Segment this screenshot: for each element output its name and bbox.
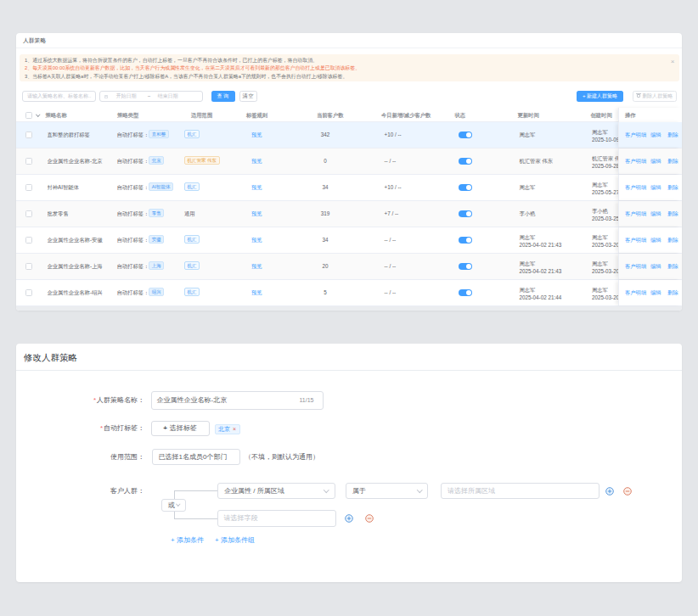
rule-preview-link[interactable]: 预览 bbox=[251, 227, 262, 254]
edit-link[interactable]: 编辑 bbox=[650, 175, 661, 201]
create-strategy-button[interactable]: + 新建人群策略 bbox=[577, 91, 623, 102]
customer-detail-link[interactable]: 客户明细 bbox=[625, 201, 646, 227]
delete-link[interactable]: 删除 bbox=[667, 122, 678, 148]
status-toggle[interactable] bbox=[459, 132, 472, 138]
add-condition-icon[interactable] bbox=[605, 487, 614, 496]
type-tag: 北京 bbox=[149, 156, 164, 165]
table-row[interactable]: 企业属性企业名称-北京 自动打标签：北京 机汇管家 伟东 预览 0 -- / -… bbox=[16, 148, 682, 175]
status-toggle[interactable] bbox=[459, 210, 472, 217]
updated-cell: 周志军2025-04-02 21:43 bbox=[520, 233, 562, 249]
delete-link[interactable]: 删除 bbox=[667, 227, 678, 254]
edit-link[interactable]: 编辑 bbox=[650, 122, 661, 148]
status-toggle[interactable] bbox=[459, 237, 472, 244]
date-end-input[interactable]: 结束日期 bbox=[153, 92, 183, 101]
condition-field-select-empty[interactable]: 请选择字段 bbox=[217, 510, 336, 527]
chevron-down-icon[interactable] bbox=[36, 112, 40, 116]
remove-condition-icon[interactable] bbox=[365, 514, 374, 523]
type-tag: AI智能体 bbox=[149, 182, 173, 191]
col-header-created: 创建时间 bbox=[591, 108, 612, 122]
rule-preview-link[interactable]: 预览 bbox=[251, 122, 262, 148]
delete-link[interactable]: 删除 bbox=[667, 201, 678, 227]
created-cell: 周志军2025-03-20 bbox=[592, 286, 618, 302]
remove-condition-icon[interactable] bbox=[623, 487, 632, 496]
logic-operator-select[interactable]: 或 bbox=[161, 499, 186, 512]
customer-detail-link[interactable]: 客户明细 bbox=[625, 227, 646, 254]
scope-hint: （不填，则默认为通用） bbox=[245, 449, 319, 465]
scope-tag: 机汇 bbox=[184, 288, 200, 296]
select-all-checkbox[interactable] bbox=[25, 112, 32, 119]
scope-selector[interactable]: 已选择1名成员0个部门 bbox=[152, 449, 240, 465]
updated-cell: 李小艳 bbox=[520, 201, 536, 227]
strategy-name-input[interactable]: 企业属性企业名称-北京 11/15 bbox=[151, 391, 324, 410]
col-header-rule: 标签规则 bbox=[246, 108, 267, 122]
row-checkbox[interactable] bbox=[25, 184, 32, 191]
col-header-name: 策略名称 bbox=[46, 108, 67, 122]
horizontal-scrollbar[interactable] bbox=[16, 306, 682, 311]
search-input[interactable]: 请输入策略名称、标签名称.. bbox=[22, 91, 96, 102]
condition-operator-select[interactable]: 属于 bbox=[346, 483, 428, 500]
updated-cell: 周志军 bbox=[520, 122, 536, 148]
col-header-scope: 适用范围 bbox=[191, 108, 212, 122]
delete-link[interactable]: 删除 bbox=[667, 254, 678, 280]
tag-close-icon[interactable]: × bbox=[233, 426, 236, 432]
search-button[interactable]: 查询 bbox=[211, 91, 235, 102]
table-row[interactable]: 封神AI智能体 自动打标签：AI智能体 机汇 预览 34 +10 / -- 周志… bbox=[16, 175, 682, 201]
row-checkbox[interactable] bbox=[25, 263, 32, 270]
condition-field-select[interactable]: 企业属性 / 所属区域 bbox=[217, 483, 335, 500]
daily-change: +7 / -- bbox=[385, 201, 399, 227]
delete-link[interactable]: 删除 bbox=[667, 175, 678, 201]
table-row[interactable]: 企业属性企业名称-绍兴 自动打标签：绍兴 机汇 预览 5 -- / -- 周志军… bbox=[16, 280, 682, 306]
add-condition-group-link[interactable]: + 添加条件组 bbox=[215, 535, 255, 545]
customer-detail-link[interactable]: 客户明细 bbox=[625, 280, 646, 306]
customer-detail-link[interactable]: 客户明细 bbox=[625, 122, 646, 148]
rule-preview-link[interactable]: 预览 bbox=[251, 201, 262, 227]
reset-button[interactable]: 清空 bbox=[239, 91, 257, 102]
row-checkbox[interactable] bbox=[25, 158, 32, 165]
row-checkbox[interactable] bbox=[25, 210, 32, 217]
notice-close-icon[interactable]: × bbox=[671, 59, 675, 65]
date-start-input[interactable]: 开始日期 bbox=[111, 92, 142, 101]
customer-detail-link[interactable]: 客户明细 bbox=[625, 254, 646, 280]
tag-field-label: *自动打标签： bbox=[16, 421, 144, 437]
row-checkbox[interactable] bbox=[25, 289, 32, 296]
table-row[interactable]: 直和整的群打标签 自动打标签：直和整 机汇 预览 342 +10 / -- 周志… bbox=[16, 122, 682, 148]
delete-link[interactable]: 删除 bbox=[667, 148, 678, 175]
status-toggle[interactable] bbox=[459, 289, 472, 296]
strategy-type: 自动打标签：零售 bbox=[117, 201, 165, 227]
edit-link[interactable]: 编辑 bbox=[650, 280, 661, 306]
status-toggle[interactable] bbox=[459, 184, 472, 191]
condition-value-input[interactable]: 请选择所属区域 bbox=[441, 483, 599, 500]
delete-strategy-button[interactable]: 删除人群策略 bbox=[633, 91, 677, 102]
row-checkbox[interactable] bbox=[25, 132, 32, 138]
date-range-picker[interactable]: 开始日期 ~ 结束日期 bbox=[99, 91, 204, 102]
status-toggle[interactable] bbox=[459, 158, 472, 165]
daily-change: +10 / -- bbox=[385, 175, 402, 201]
rule-preview-link[interactable]: 预览 bbox=[251, 175, 262, 201]
row-checkbox[interactable] bbox=[25, 237, 32, 244]
rule-preview-link[interactable]: 预览 bbox=[251, 148, 262, 175]
add-condition-icon[interactable] bbox=[345, 514, 353, 523]
customer-detail-link[interactable]: 客户明细 bbox=[625, 148, 646, 175]
edit-link[interactable]: 编辑 bbox=[650, 148, 661, 175]
table-row[interactable]: 企业属性企业名称-安徽 自动打标签：安徽 机汇 预览 34 -- / -- 周志… bbox=[16, 227, 682, 254]
add-condition-link[interactable]: + 添加条件 bbox=[171, 535, 204, 545]
type-tag: 上海 bbox=[149, 261, 164, 270]
edit-link[interactable]: 编辑 bbox=[650, 254, 661, 280]
edit-link[interactable]: 编辑 bbox=[650, 227, 661, 254]
strategy-type: 自动打标签：上海 bbox=[117, 254, 165, 280]
table-row[interactable]: 批发零售 自动打标签：零售 通用 预览 319 +7 / -- 李小艳 李小艳2… bbox=[16, 201, 682, 227]
select-tag-button[interactable]: +选择标签 bbox=[151, 421, 210, 437]
type-tag: 直和整 bbox=[149, 130, 169, 138]
delete-link[interactable]: 删除 bbox=[667, 280, 678, 306]
table-row[interactable]: 企业属性企业名称-上海 自动打标签：上海 机汇 预览 20 -- / -- 周志… bbox=[16, 254, 682, 280]
col-header-count: 当前客户数 bbox=[317, 108, 343, 122]
rule-preview-link[interactable]: 预览 bbox=[251, 254, 262, 280]
status-toggle[interactable] bbox=[459, 263, 472, 270]
strategy-name: 封神AI智能体 bbox=[48, 175, 79, 201]
daily-change: -- / -- bbox=[385, 227, 397, 254]
plus-icon: + bbox=[583, 93, 586, 98]
selected-tag: 北京× bbox=[215, 424, 240, 434]
customer-detail-link[interactable]: 客户明细 bbox=[625, 175, 646, 201]
rule-preview-link[interactable]: 预览 bbox=[251, 280, 262, 306]
edit-link[interactable]: 编辑 bbox=[650, 201, 661, 227]
